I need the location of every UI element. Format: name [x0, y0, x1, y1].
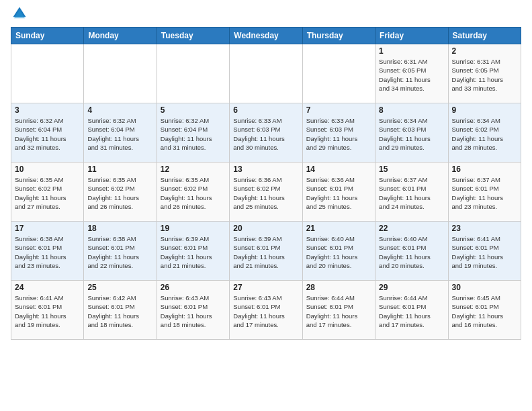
- day-number: 6: [233, 105, 298, 115]
- calendar-cell: 1Sunrise: 6:31 AM Sunset: 6:05 PM Daylig…: [375, 44, 448, 103]
- calendar-cell: 18Sunrise: 6:38 AM Sunset: 6:01 PM Dayli…: [84, 222, 157, 281]
- weekday-header-tuesday: Tuesday: [157, 28, 229, 44]
- day-number: 25: [87, 283, 152, 292]
- calendar-cell: 27Sunrise: 6:43 AM Sunset: 6:01 PM Dayli…: [230, 281, 302, 340]
- day-number: 8: [379, 105, 444, 115]
- day-info: Sunrise: 6:34 AM Sunset: 6:02 PM Dayligh…: [452, 116, 517, 152]
- day-info: Sunrise: 6:39 AM Sunset: 6:01 PM Dayligh…: [233, 234, 298, 270]
- day-number: 23: [452, 224, 517, 233]
- calendar-cell: 11Sunrise: 6:35 AM Sunset: 6:02 PM Dayli…: [84, 163, 157, 222]
- day-number: 24: [15, 283, 80, 292]
- calendar-cell: 15Sunrise: 6:37 AM Sunset: 6:01 PM Dayli…: [375, 163, 448, 222]
- day-info: Sunrise: 6:38 AM Sunset: 6:01 PM Dayligh…: [87, 234, 152, 270]
- weekday-header-monday: Monday: [84, 28, 157, 44]
- logo-icon: [12, 6, 27, 21]
- calendar-cell: 26Sunrise: 6:43 AM Sunset: 6:01 PM Dayli…: [157, 281, 229, 340]
- day-info: Sunrise: 6:36 AM Sunset: 6:02 PM Dayligh…: [233, 175, 298, 211]
- day-number: 9: [452, 105, 517, 115]
- weekday-header-sunday: Sunday: [11, 28, 84, 44]
- day-number: 27: [233, 283, 298, 292]
- day-info: Sunrise: 6:38 AM Sunset: 6:01 PM Dayligh…: [15, 234, 80, 270]
- day-info: Sunrise: 6:32 AM Sunset: 6:04 PM Dayligh…: [87, 116, 152, 152]
- day-number: 1: [379, 46, 444, 56]
- calendar-week-3: 10Sunrise: 6:35 AM Sunset: 6:02 PM Dayli…: [11, 163, 521, 222]
- day-number: 19: [161, 224, 226, 233]
- page-header: [11, 7, 521, 23]
- calendar-cell: 19Sunrise: 6:39 AM Sunset: 6:01 PM Dayli…: [157, 222, 229, 281]
- day-number: 15: [379, 165, 444, 174]
- calendar-table: SundayMondayTuesdayWednesdayThursdayFrid…: [11, 27, 521, 340]
- logo: [11, 7, 27, 23]
- day-number: 14: [306, 165, 371, 174]
- calendar-cell: 24Sunrise: 6:41 AM Sunset: 6:01 PM Dayli…: [11, 281, 84, 340]
- calendar-header: SundayMondayTuesdayWednesdayThursdayFrid…: [11, 28, 521, 44]
- calendar-cell: 6Sunrise: 6:33 AM Sunset: 6:03 PM Daylig…: [230, 103, 302, 163]
- day-info: Sunrise: 6:33 AM Sunset: 6:03 PM Dayligh…: [306, 116, 371, 152]
- day-info: Sunrise: 6:35 AM Sunset: 6:02 PM Dayligh…: [15, 175, 80, 211]
- day-number: 10: [15, 165, 80, 174]
- day-number: 28: [306, 283, 371, 292]
- calendar-body: 1Sunrise: 6:31 AM Sunset: 6:05 PM Daylig…: [11, 44, 521, 340]
- calendar-cell: 16Sunrise: 6:37 AM Sunset: 6:01 PM Dayli…: [448, 163, 521, 222]
- day-number: 20: [233, 224, 298, 233]
- calendar-cell: [84, 44, 157, 103]
- day-info: Sunrise: 6:41 AM Sunset: 6:01 PM Dayligh…: [15, 293, 80, 329]
- calendar-cell: 12Sunrise: 6:35 AM Sunset: 6:02 PM Dayli…: [157, 163, 229, 222]
- calendar-cell: 22Sunrise: 6:40 AM Sunset: 6:01 PM Dayli…: [375, 222, 448, 281]
- calendar-cell: 30Sunrise: 6:45 AM Sunset: 6:01 PM Dayli…: [448, 281, 521, 340]
- weekday-row: SundayMondayTuesdayWednesdayThursdayFrid…: [11, 28, 521, 44]
- day-info: Sunrise: 6:44 AM Sunset: 6:01 PM Dayligh…: [379, 293, 444, 329]
- day-info: Sunrise: 6:37 AM Sunset: 6:01 PM Dayligh…: [379, 175, 444, 211]
- day-number: 3: [15, 105, 80, 115]
- day-info: Sunrise: 6:40 AM Sunset: 6:01 PM Dayligh…: [379, 234, 444, 270]
- calendar-week-4: 17Sunrise: 6:38 AM Sunset: 6:01 PM Dayli…: [11, 222, 521, 281]
- calendar-cell: 13Sunrise: 6:36 AM Sunset: 6:02 PM Dayli…: [230, 163, 302, 222]
- day-number: 12: [161, 165, 226, 174]
- day-info: Sunrise: 6:36 AM Sunset: 6:01 PM Dayligh…: [306, 175, 371, 211]
- day-number: 11: [87, 165, 152, 174]
- day-info: Sunrise: 6:39 AM Sunset: 6:01 PM Dayligh…: [161, 234, 226, 270]
- calendar-week-2: 3Sunrise: 6:32 AM Sunset: 6:04 PM Daylig…: [11, 103, 521, 163]
- day-number: 18: [87, 224, 152, 233]
- day-info: Sunrise: 6:45 AM Sunset: 6:01 PM Dayligh…: [452, 293, 517, 329]
- day-number: 2: [452, 46, 517, 56]
- day-info: Sunrise: 6:35 AM Sunset: 6:02 PM Dayligh…: [87, 175, 152, 211]
- day-number: 16: [452, 165, 517, 174]
- day-number: 17: [15, 224, 80, 233]
- calendar-cell: [302, 44, 375, 103]
- day-info: Sunrise: 6:40 AM Sunset: 6:01 PM Dayligh…: [306, 234, 371, 270]
- calendar-cell: 9Sunrise: 6:34 AM Sunset: 6:02 PM Daylig…: [448, 103, 521, 163]
- day-number: 4: [87, 105, 152, 115]
- weekday-header-friday: Friday: [375, 28, 448, 44]
- weekday-header-saturday: Saturday: [448, 28, 521, 44]
- calendar-cell: [230, 44, 302, 103]
- day-info: Sunrise: 6:31 AM Sunset: 6:05 PM Dayligh…: [452, 57, 517, 93]
- day-info: Sunrise: 6:32 AM Sunset: 6:04 PM Dayligh…: [161, 116, 226, 152]
- weekday-header-thursday: Thursday: [302, 28, 375, 44]
- weekday-header-wednesday: Wednesday: [230, 28, 302, 44]
- calendar-cell: 20Sunrise: 6:39 AM Sunset: 6:01 PM Dayli…: [230, 222, 302, 281]
- day-number: 7: [306, 105, 371, 115]
- day-info: Sunrise: 6:43 AM Sunset: 6:01 PM Dayligh…: [233, 293, 298, 329]
- day-info: Sunrise: 6:32 AM Sunset: 6:04 PM Dayligh…: [15, 116, 80, 152]
- day-info: Sunrise: 6:33 AM Sunset: 6:03 PM Dayligh…: [233, 116, 298, 152]
- day-number: 30: [452, 283, 517, 292]
- calendar-cell: [157, 44, 229, 103]
- calendar-cell: [11, 44, 84, 103]
- day-info: Sunrise: 6:42 AM Sunset: 6:01 PM Dayligh…: [87, 293, 152, 329]
- day-info: Sunrise: 6:37 AM Sunset: 6:01 PM Dayligh…: [452, 175, 517, 211]
- calendar-cell: 2Sunrise: 6:31 AM Sunset: 6:05 PM Daylig…: [448, 44, 521, 103]
- day-number: 22: [379, 224, 444, 233]
- day-info: Sunrise: 6:34 AM Sunset: 6:03 PM Dayligh…: [379, 116, 444, 152]
- day-info: Sunrise: 6:35 AM Sunset: 6:02 PM Dayligh…: [161, 175, 226, 211]
- day-info: Sunrise: 6:43 AM Sunset: 6:01 PM Dayligh…: [161, 293, 226, 329]
- calendar-cell: 10Sunrise: 6:35 AM Sunset: 6:02 PM Dayli…: [11, 163, 84, 222]
- calendar-cell: 28Sunrise: 6:44 AM Sunset: 6:01 PM Dayli…: [302, 281, 375, 340]
- day-info: Sunrise: 6:44 AM Sunset: 6:01 PM Dayligh…: [306, 293, 371, 329]
- day-number: 21: [306, 224, 371, 233]
- calendar-cell: 5Sunrise: 6:32 AM Sunset: 6:04 PM Daylig…: [157, 103, 229, 163]
- calendar-cell: 3Sunrise: 6:32 AM Sunset: 6:04 PM Daylig…: [11, 103, 84, 163]
- calendar-week-5: 24Sunrise: 6:41 AM Sunset: 6:01 PM Dayli…: [11, 281, 521, 340]
- calendar-cell: 7Sunrise: 6:33 AM Sunset: 6:03 PM Daylig…: [302, 103, 375, 163]
- calendar-cell: 25Sunrise: 6:42 AM Sunset: 6:01 PM Dayli…: [84, 281, 157, 340]
